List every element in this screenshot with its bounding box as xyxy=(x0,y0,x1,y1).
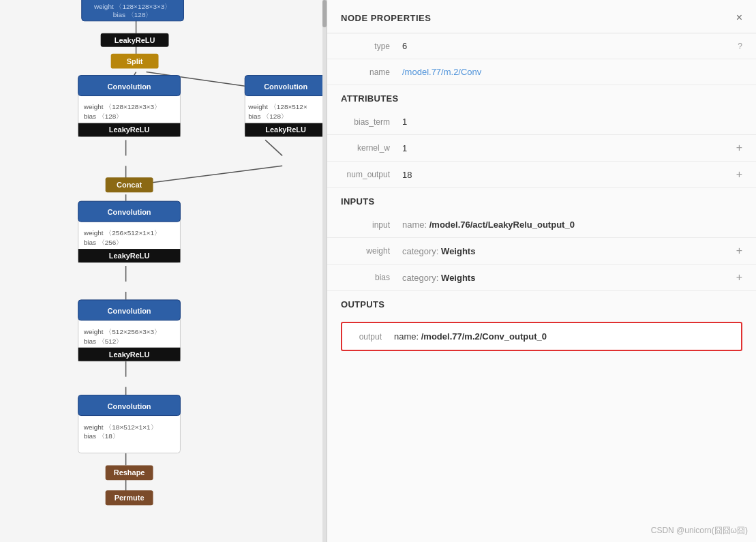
svg-text:Convolution: Convolution xyxy=(108,208,151,216)
weight-row: weight category: Weights + xyxy=(327,238,756,265)
svg-text:bias 〈128〉: bias 〈128〉 xyxy=(113,11,153,18)
input-val: /model.76/act/LeakyRelu_output_0 xyxy=(429,220,575,230)
svg-text:Concat: Concat xyxy=(117,181,142,189)
graph-panel: Convolution weight 〈128×128×3×3〉 bias 〈1… xyxy=(0,0,327,542)
weight-label: weight xyxy=(341,246,402,256)
svg-text:LeakyReLU: LeakyReLU xyxy=(265,125,306,134)
svg-text:Split: Split xyxy=(127,57,143,65)
bias-value: category: Weights xyxy=(402,273,731,283)
type-help[interactable]: ? xyxy=(738,42,742,51)
weight-plus[interactable]: + xyxy=(736,245,742,257)
num-output-plus[interactable]: + xyxy=(736,168,742,181)
input-row: input name: /model.76/act/LeakyRelu_outp… xyxy=(327,212,756,238)
num-output-row: num_output 18 + xyxy=(327,162,756,188)
attributes-header: ATTRIBUTES xyxy=(327,85,756,109)
svg-text:LeakyReLU: LeakyReLU xyxy=(109,350,150,359)
svg-text:Reshape: Reshape xyxy=(114,468,145,477)
weight-key: category: xyxy=(402,246,441,256)
panel-title: NODE PROPERTIES xyxy=(341,13,431,23)
output-val: /model.77/m.2/Conv_output_0 xyxy=(421,331,547,342)
svg-text:LeakyReLU: LeakyReLU xyxy=(115,36,155,44)
close-button[interactable]: × xyxy=(736,12,742,23)
name-row: name /model.77/m.2/Conv xyxy=(327,59,756,85)
svg-text:Convolution: Convolution xyxy=(108,402,151,410)
num-output-value: 18 xyxy=(402,170,731,180)
svg-text:weight 〈256×512×1×1〉: weight 〈256×512×1×1〉 xyxy=(83,229,161,237)
type-value: 6 xyxy=(402,41,732,51)
svg-text:bias 〈128〉: bias 〈128〉 xyxy=(84,112,123,120)
output-key: name: xyxy=(394,331,421,342)
svg-text:weight 〈128×512×: weight 〈128×512× xyxy=(247,103,307,110)
svg-text:bias 〈18〉: bias 〈18〉 xyxy=(84,432,119,440)
svg-text:bias 〈512〉: bias 〈512〉 xyxy=(84,337,123,345)
kernel-w-row: kernel_w 1 + xyxy=(327,135,756,162)
output-value: name: /model.77/m.2/Conv_output_0 xyxy=(394,331,730,342)
svg-text:LeakyReLU: LeakyReLU xyxy=(109,125,150,134)
svg-text:weight 〈128×128×3×3〉: weight 〈128×128×3×3〉 xyxy=(93,3,171,10)
bias-term-row: bias_term 1 xyxy=(327,109,756,135)
name-label: name xyxy=(341,67,402,77)
svg-text:LeakyReLU: LeakyReLU xyxy=(109,252,150,260)
input-value: name: /model.76/act/LeakyRelu_output_0 xyxy=(402,220,742,230)
weight-value: category: Weights xyxy=(402,246,731,256)
bias-val: Weights xyxy=(441,273,475,283)
bias-key: category: xyxy=(402,273,441,283)
network-graph: Convolution weight 〈128×128×3×3〉 bias 〈1… xyxy=(0,0,327,542)
type-label: type xyxy=(341,42,402,51)
input-label: input xyxy=(341,220,402,230)
type-row: type 6 ? xyxy=(327,33,756,59)
svg-text:Convolution: Convolution xyxy=(111,0,155,1)
outputs-header: OUTPUTS xyxy=(327,291,756,315)
svg-line-7 xyxy=(150,166,283,183)
svg-line-5 xyxy=(265,140,282,155)
svg-text:bias 〈128〉: bias 〈128〉 xyxy=(248,112,288,120)
panel-header: NODE PROPERTIES × xyxy=(327,0,756,33)
bias-row: bias category: Weights + xyxy=(327,265,756,291)
bias-label: bias xyxy=(341,273,402,282)
output-label: output xyxy=(353,332,394,342)
bias-plus[interactable]: + xyxy=(736,271,742,284)
scrollbar-track[interactable] xyxy=(322,0,327,542)
svg-text:Permute: Permute xyxy=(115,494,145,502)
watermark: CSDN @unicorn(囧囧ω囧) xyxy=(651,525,748,537)
input-key: name: xyxy=(402,220,429,230)
svg-text:Convolution: Convolution xyxy=(108,307,151,315)
kernel-w-label: kernel_w xyxy=(341,143,402,153)
svg-text:weight 〈512×256×3×3〉: weight 〈512×256×3×3〉 xyxy=(83,328,161,335)
svg-text:weight 〈18×512×1×1〉: weight 〈18×512×1×1〉 xyxy=(83,423,157,431)
output-section: output name: /model.77/m.2/Conv_output_0 xyxy=(341,322,742,351)
svg-text:weight 〈128×128×3×3〉: weight 〈128×128×3×3〉 xyxy=(83,103,161,110)
scrollbar-thumb[interactable] xyxy=(322,0,327,27)
svg-text:Convolution: Convolution xyxy=(108,82,151,91)
properties-panel: NODE PROPERTIES × type 6 ? name /model.7… xyxy=(327,0,756,542)
inputs-header: INPUTS xyxy=(327,188,756,212)
num-output-label: num_output xyxy=(341,170,402,179)
weight-val: Weights xyxy=(441,246,475,256)
name-value: /model.77/m.2/Conv xyxy=(402,67,742,77)
bias-term-value: 1 xyxy=(402,117,742,127)
kernel-w-value: 1 xyxy=(402,143,731,153)
svg-text:bias 〈256〉: bias 〈256〉 xyxy=(84,239,123,246)
svg-text:Convolution: Convolution xyxy=(264,82,307,91)
kernel-w-plus[interactable]: + xyxy=(736,142,742,154)
bias-term-label: bias_term xyxy=(341,117,402,127)
